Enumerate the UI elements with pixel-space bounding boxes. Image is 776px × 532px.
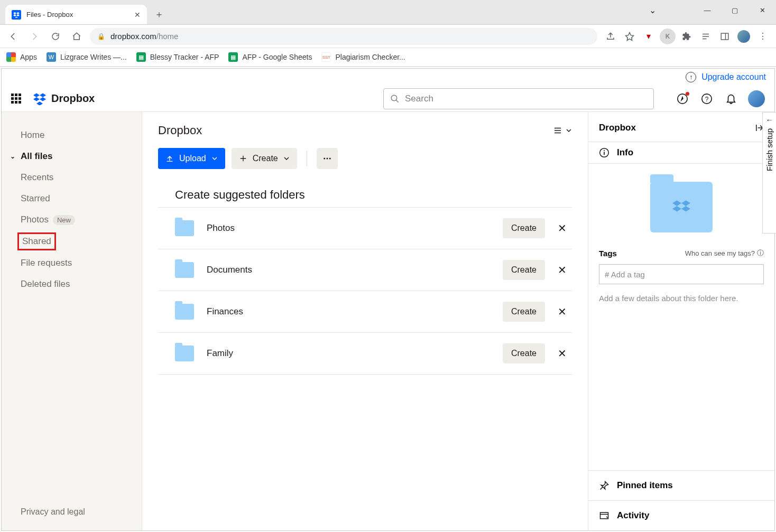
back-button[interactable] <box>5 29 21 44</box>
browser-toolbar: 🔒 dropbox.com/home ▾ K ⋮ <box>0 25 776 48</box>
sidebar-item-file-requests[interactable]: File requests <box>8 253 135 274</box>
logo-text: Dropbox <box>51 92 95 105</box>
window-maximize-button[interactable]: ▢ <box>721 0 749 20</box>
bookmark-item[interactable]: ▦Blessy Tracker - AFP <box>136 52 219 62</box>
reload-button[interactable] <box>48 29 63 44</box>
pinned-items-section[interactable]: Pinned items <box>588 470 774 500</box>
arrow-left-icon: ← <box>766 116 773 124</box>
sidebar-item-deleted[interactable]: Deleted files <box>8 274 135 295</box>
sidebar-item-label: Recents <box>21 172 53 183</box>
svg-point-8 <box>326 158 328 160</box>
tab-close-icon[interactable]: ✕ <box>134 11 141 19</box>
wordpress-icon: W <box>47 52 56 62</box>
suggested-folders-list: Photos Create ✕ Documents Create ✕ Finan… <box>158 207 572 375</box>
search-icon <box>390 94 400 104</box>
bookmark-item[interactable]: WLizgrace Writes —... <box>47 52 127 62</box>
create-label: Create <box>253 154 278 163</box>
create-button[interactable]: Create <box>232 148 297 169</box>
ellipsis-icon <box>322 154 332 163</box>
bookmark-star-icon[interactable] <box>622 29 638 44</box>
plus-icon <box>239 154 247 163</box>
sidebar-item-recents[interactable]: Recents <box>8 167 135 188</box>
search-input[interactable]: Search <box>383 88 654 109</box>
create-folder-button[interactable]: Create <box>503 343 545 363</box>
sidebar-item-all-files[interactable]: ⌄All files <box>8 146 135 167</box>
create-folder-button[interactable]: Create <box>503 218 545 238</box>
sheets-icon: ▦ <box>228 52 238 62</box>
search-placeholder: Search <box>405 94 433 104</box>
dropbox-logo[interactable]: Dropbox <box>32 92 95 105</box>
svg-point-9 <box>329 158 330 160</box>
share-icon[interactable] <box>603 29 618 44</box>
upload-label: Upload <box>179 154 206 163</box>
details-description[interactable]: Add a few details about this folder here… <box>588 284 774 312</box>
pin-icon <box>599 480 609 491</box>
dismiss-button[interactable]: ✕ <box>558 305 567 318</box>
upgrade-account-link[interactable]: Upgrade account <box>701 72 766 82</box>
browser-tab[interactable]: Files - Dropbox ✕ <box>5 5 147 24</box>
explore-icon[interactable] <box>675 91 690 106</box>
view-toggle[interactable] <box>553 126 572 135</box>
tags-help-link[interactable]: Who can see my tags? ⓘ <box>685 248 764 258</box>
dismiss-button[interactable]: ✕ <box>558 222 567 235</box>
finish-setup-label: Finish setup <box>765 128 774 171</box>
tab-title: Files - Dropbox <box>26 11 129 18</box>
dismiss-button[interactable]: ✕ <box>558 347 567 360</box>
info-icon <box>599 147 609 158</box>
apps-shortcut[interactable]: Apps <box>6 52 37 62</box>
notifications-bell-icon[interactable] <box>724 91 738 106</box>
divider <box>307 151 307 166</box>
reading-list-icon[interactable] <box>698 29 714 44</box>
new-tab-button[interactable]: ＋ <box>151 6 167 22</box>
window-close-button[interactable]: ✕ <box>749 0 776 20</box>
footer-label: Privacy and legal <box>21 507 85 516</box>
window-minimize-button[interactable]: ― <box>694 0 721 20</box>
account-avatar[interactable] <box>748 90 765 107</box>
bookmark-item[interactable]: ▦AFP - Google Sheets <box>228 52 312 62</box>
app-switcher-icon[interactable] <box>11 94 22 104</box>
address-bar[interactable]: 🔒 dropbox.com/home <box>90 28 597 45</box>
sidebar-item-home[interactable]: Home <box>8 125 135 146</box>
url-text: dropbox.com/home <box>110 32 178 41</box>
sidebar-item-label: Shared <box>22 236 51 246</box>
svg-rect-0 <box>721 33 728 40</box>
suggested-folder-row: Photos Create ✕ <box>158 207 572 249</box>
page-title: Dropbox <box>158 124 202 137</box>
home-button[interactable] <box>69 29 85 44</box>
help-icon[interactable]: ? <box>699 91 714 106</box>
svg-point-2 <box>391 95 397 101</box>
sidebar-item-label: Deleted files <box>21 279 70 290</box>
sidebar-item-shared[interactable]: Shared <box>17 232 56 250</box>
finish-setup-tab[interactable]: ← Finish setup <box>762 112 776 234</box>
upgrade-bar: ↑ Upgrade account <box>2 69 774 86</box>
dismiss-button[interactable]: ✕ <box>558 264 567 276</box>
bookmark-label: Blessy Tracker - AFP <box>150 53 219 61</box>
forward-button[interactable] <box>26 29 42 44</box>
activity-section[interactable]: Activity <box>588 500 774 530</box>
info-section[interactable]: Info <box>588 142 774 164</box>
bookmark-item[interactable]: SSTPlagiarism Checker... <box>321 52 405 62</box>
apps-icon <box>6 52 16 62</box>
sidebar-item-label: Photos <box>21 214 49 225</box>
upload-button[interactable]: Upload <box>158 148 225 169</box>
lock-icon: 🔒 <box>97 33 105 40</box>
extension-k-icon[interactable]: K <box>660 29 676 44</box>
sidebar-item-photos[interactable]: PhotosNew <box>8 209 135 230</box>
more-actions-button[interactable] <box>317 148 338 169</box>
create-folder-button[interactable]: Create <box>503 260 545 280</box>
side-panel-icon[interactable] <box>717 29 733 44</box>
sidebar-item-label: File requests <box>21 258 72 268</box>
create-folder-button[interactable]: Create <box>503 302 545 322</box>
profile-avatar[interactable] <box>736 29 752 44</box>
suggested-folder-row: Family Create ✕ <box>158 333 572 375</box>
browser-tabstrip: Files - Dropbox ✕ ＋ ⌄ ― ▢ ✕ <box>0 0 776 25</box>
sidebar: Home ⌄All files Recents Starred PhotosNe… <box>2 112 142 530</box>
tab-search-caret-icon[interactable]: ⌄ <box>639 0 666 20</box>
chrome-menu-icon[interactable]: ⋮ <box>755 29 771 44</box>
folder-icon <box>175 304 194 320</box>
tag-input[interactable]: # Add a tag <box>599 264 764 284</box>
mcafee-extension-icon[interactable]: ▾ <box>641 29 657 44</box>
privacy-legal-link[interactable]: Privacy and legal <box>8 502 135 522</box>
extensions-puzzle-icon[interactable] <box>679 29 695 44</box>
sidebar-item-starred[interactable]: Starred <box>8 188 135 209</box>
